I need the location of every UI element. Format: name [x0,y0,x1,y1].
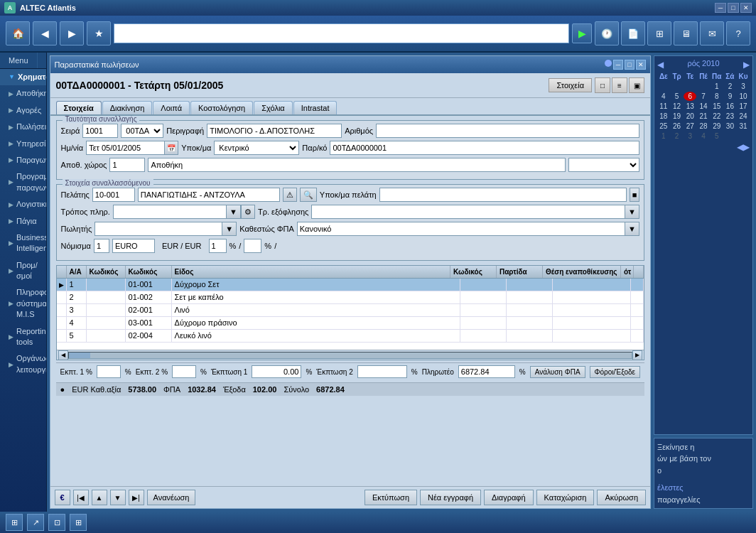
ananeosi-btn[interactable]: Ανανέωση [147,490,196,505]
pelatis-search-btn[interactable]: 🔍 [300,188,317,202]
cal-next-btn[interactable]: ▶ [743,60,750,70]
windows-btn[interactable]: ⊞ [647,21,671,45]
tab-stoixeia[interactable]: Στοιχεία [56,101,102,114]
apoth-xoros-text[interactable] [148,158,566,172]
cal-day[interactable]: 26 [671,122,684,131]
table-row[interactable]: 2 01-002 Σετ με καπέλο [57,291,644,304]
form-pin-btn[interactable] [605,60,612,67]
favorites-btn[interactable]: ★ [87,21,111,45]
tab-loipa[interactable]: Λοιπά [153,101,190,114]
cal-day[interactable]: 4 [657,92,670,101]
ypokma-pelati-input[interactable] [379,188,627,202]
pelatis-name-input[interactable] [138,188,280,202]
scroll-left-btn[interactable]: ◀ [58,350,68,360]
nea-btn[interactable]: Νέα εγγραφή [420,490,481,505]
table-row[interactable]: ▶ 1 01-001 Δύχρομο Σετ [57,279,644,291]
nav-prev-btn[interactable]: ▲ [92,490,107,505]
tab-diakinisi[interactable]: Διακίνηση [102,101,153,114]
nav-first-btn[interactable]: |◀ [73,490,89,505]
tropos-plhr-icon-btn[interactable]: ⚙ [241,205,255,219]
sidebar-tab-user[interactable]: User [38,53,47,68]
cal-day[interactable] [724,131,737,141]
bottom-btn4[interactable]: ⊞ [70,514,87,531]
parko-input[interactable] [330,141,639,155]
stoixeia-button[interactable]: Στοιχεία [549,78,592,92]
tropos-plhr-dd-btn[interactable]: ▼ [226,205,241,219]
arithmos-input[interactable] [376,124,639,138]
calendar-btn[interactable]: 📅 [164,141,178,155]
sidebar-item-pliroforiako[interactable]: ▶ Πληροφοριακό σύστημα - M.I.S [0,284,46,323]
sidebar-item-business-intel[interactable]: ▶ Business Intelligence [0,230,46,257]
tropos-plhr-input[interactable] [113,205,226,219]
cal-day[interactable]: 2 [724,82,737,91]
ypokma-select[interactable]: Κεντρικό [214,141,299,155]
email-btn[interactable]: ✉ [700,21,724,45]
cal-day[interactable] [737,131,750,141]
minimize-btn[interactable]: ─ [715,3,726,13]
close-btn[interactable]: ✕ [740,3,752,13]
cal-day[interactable]: 15 [711,102,723,111]
seira-select[interactable]: 00ΤΔΑ [121,124,163,138]
cal-day[interactable]: 27 [684,122,696,131]
go-btn[interactable]: ▶ [572,23,592,43]
tab-scholia[interactable]: Σχόλια [254,101,293,114]
ypokma-pelati-more-btn[interactable]: ■ [630,188,639,202]
bottom-btn2[interactable]: ↗ [27,514,44,531]
cal-day-other[interactable]: 2 [671,131,684,141]
cal-day[interactable]: 18 [657,112,670,121]
bottom-btn3[interactable]: ⊡ [48,514,65,531]
monitor-btn[interactable]: 🖥 [674,21,698,45]
form-minimize-btn[interactable]: ─ [613,60,623,70]
horizontal-scrollbar[interactable]: ◀ ▶ [57,350,644,360]
cal-day[interactable]: 24 [737,112,750,121]
nomisma-num-input[interactable] [94,239,109,253]
ekptosi2-input[interactable] [357,365,407,378]
nav-last-btn[interactable]: ▶| [129,490,144,505]
tab-intrastat[interactable]: Intrastat [293,101,338,114]
tr-exoflis-input[interactable] [311,205,625,219]
hmnia-input[interactable] [86,141,164,155]
sidebar-item-agores[interactable]: ▶ Αγορές [0,102,46,119]
scroll-right-btn[interactable]: ▶ [632,350,642,360]
cal-day-other[interactable]: 4 [697,131,710,141]
table-row[interactable]: 3 02-001 Λινό [57,304,644,317]
bottom-btn1[interactable]: ⊞ [6,514,23,531]
scroll-track[interactable] [68,352,632,359]
apoth-extra-select[interactable] [568,158,639,172]
back-btn[interactable]: ◀ [33,21,57,45]
sidebar-item-poliseis[interactable]: ▶ Πωλήσεις [0,119,46,135]
akyrose-btn[interactable]: Ακύρωση [597,490,646,505]
politis-input[interactable] [94,222,222,236]
cal-day[interactable]: 17 [737,102,750,111]
ekpt2-input[interactable] [172,365,196,378]
cal-day[interactable]: 30 [724,122,737,131]
ekpt1-input[interactable] [97,365,121,378]
tab-kostologisi[interactable]: Κοστολόγηση [190,101,253,114]
cal-day[interactable]: 13 [684,102,696,111]
cal-day[interactable]: 1 [711,82,723,91]
cal-scroll-down-btn[interactable]: ▶ [743,142,750,152]
sidebar-tab-menu[interactable]: Menu [0,53,38,68]
cal-day[interactable]: 25 [657,122,670,131]
cal-day-today[interactable]: 6 [684,92,696,101]
form-icon-btn3[interactable]: ▣ [629,77,644,93]
cal-day[interactable] [671,82,684,91]
sidebar-item-reporting-tools[interactable]: ▶ Reporting tools [0,323,46,351]
cal-day[interactable]: 16 [724,102,737,111]
seira-input[interactable] [82,124,118,138]
sidebar-item-pagia[interactable]: ▶ Πάγια [0,213,46,230]
rate1-input[interactable] [209,239,227,253]
form-icon-btn1[interactable]: □ [595,77,610,93]
cal-day[interactable]: 29 [711,122,723,131]
kath-fpa-input[interactable] [297,222,625,236]
cal-day[interactable] [657,82,670,91]
cal-day[interactable]: 7 [697,92,710,101]
clock-btn[interactable]: 🕐 [595,21,619,45]
cal-day-other[interactable]: 5 [711,131,723,141]
form-maximize-btn[interactable]: □ [625,60,634,70]
cal-day[interactable]: 28 [697,122,710,131]
apoth-xoros-input[interactable] [109,158,145,172]
maximize-btn[interactable]: □ [728,3,739,13]
sidebar-item-apothiki[interactable]: ▶ Αποθήκη [0,85,46,102]
cal-day[interactable]: 3 [737,82,750,91]
